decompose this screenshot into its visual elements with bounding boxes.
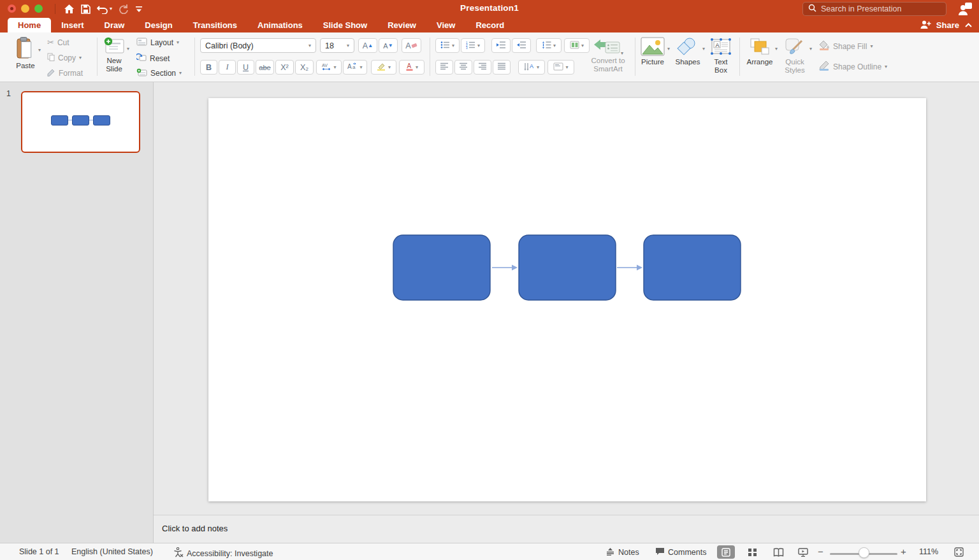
format-painter-button[interactable]: Format — [47, 68, 83, 78]
shape-fill-caret[interactable]: ▾ — [870, 44, 873, 49]
convert-to-smartart-button[interactable]: ▾ Convert to SmartArt — [584, 37, 632, 73]
shapes-dropdown-caret[interactable]: ▾ — [702, 47, 705, 52]
zoom-percentage[interactable]: 111% — [919, 547, 938, 556]
tab-draw[interactable]: Draw — [94, 18, 135, 32]
layout-dropdown-caret[interactable]: ▾ — [177, 40, 179, 45]
shapes-button[interactable]: Shapes — [673, 37, 702, 66]
align-right-button[interactable] — [474, 60, 491, 75]
subscript-button[interactable]: X₂ — [295, 60, 314, 75]
shape-fill-button[interactable]: Shape Fill ▾ — [818, 40, 873, 52]
slide-show-button[interactable] — [794, 545, 812, 559]
bullets-button[interactable]: ▾ — [435, 38, 460, 53]
slide-number: 1 — [6, 89, 11, 98]
justify-button[interactable] — [493, 60, 511, 75]
shape-outline-caret[interactable]: ▾ — [885, 64, 887, 69]
align-center-button[interactable] — [454, 60, 472, 75]
language-indicator[interactable]: English (United States) — [71, 547, 153, 556]
align-left-button[interactable] — [435, 60, 453, 75]
notes-placeholder[interactable]: Click to add notes — [162, 524, 228, 533]
new-slide-button[interactable]: New Slide — [101, 37, 127, 73]
text-box-button[interactable]: A Text Box — [707, 37, 734, 75]
arrange-dropdown-caret[interactable]: ▾ — [775, 47, 778, 52]
change-case-button[interactable]: Aa ▾ — [343, 60, 367, 75]
character-spacing-button[interactable]: AV ▾ — [316, 60, 342, 75]
minimize-window-button[interactable] — [21, 4, 29, 13]
zoom-out-button[interactable]: − — [818, 546, 823, 557]
slide-thumbnail[interactable] — [21, 91, 140, 153]
picture-button[interactable]: Picture — [639, 37, 667, 66]
cut-label: Cut — [57, 38, 69, 47]
tab-transitions[interactable]: Transitions — [183, 18, 247, 32]
section-dropdown-caret[interactable]: ▾ — [179, 71, 182, 76]
cut-button[interactable]: ✂ Cut — [47, 38, 69, 47]
quick-styles-button[interactable]: Quick Styles — [780, 37, 809, 75]
home-icon[interactable] — [64, 4, 75, 14]
rounded-rectangle-shape-3[interactable] — [644, 235, 741, 300]
tab-review[interactable]: Review — [377, 18, 426, 32]
presenter-chat-icon[interactable] — [957, 2, 973, 19]
arrow-connector-2[interactable] — [617, 265, 642, 271]
tab-design[interactable]: Design — [134, 18, 182, 32]
layout-button[interactable]: Layout ▾ — [136, 38, 179, 48]
paste-button[interactable]: Paste — [10, 37, 41, 70]
shape-outline-button[interactable]: Shape Outline ▾ — [818, 61, 887, 73]
copy-dropdown-caret[interactable]: ▾ — [79, 55, 82, 61]
decrease-indent-button[interactable] — [491, 38, 511, 53]
reading-view-button[interactable] — [769, 545, 787, 559]
font-name-select[interactable]: Calibri (Body) ▾ — [200, 38, 316, 53]
notes-pane[interactable]: Click to add notes — [154, 515, 979, 543]
save-icon[interactable] — [81, 4, 91, 14]
tab-insert[interactable]: Insert — [51, 18, 94, 32]
quick-styles-dropdown-caret[interactable]: ▾ — [809, 47, 812, 52]
fit-slide-to-window-button[interactable] — [950, 545, 968, 559]
paste-dropdown-caret[interactable]: ▾ — [38, 48, 41, 53]
new-slide-dropdown-caret[interactable]: ▾ — [127, 47, 129, 52]
align-text-button[interactable]: ▾ — [548, 60, 574, 75]
zoom-window-button[interactable] — [34, 4, 43, 13]
highlight-color-button[interactable]: ▾ — [371, 60, 396, 75]
redo-button[interactable] — [119, 4, 129, 14]
arrow-connector-1[interactable] — [492, 265, 518, 271]
tab-slide-show[interactable]: Slide Show — [313, 18, 377, 32]
underline-button[interactable]: U — [237, 60, 254, 75]
zoom-in-button[interactable]: + — [901, 546, 906, 557]
tab-home[interactable]: Home — [8, 18, 51, 32]
reset-button[interactable]: Reset — [136, 53, 170, 64]
text-direction-button[interactable]: A ▾ — [518, 60, 545, 75]
tab-view[interactable]: View — [426, 18, 465, 32]
tab-record[interactable]: Record — [465, 18, 514, 32]
font-color-button[interactable]: A ▾ — [399, 60, 424, 75]
superscript-button[interactable]: X² — [275, 60, 294, 75]
font-size-select[interactable]: 18 ▾ — [320, 38, 354, 53]
arrange-button[interactable]: Arrange — [744, 37, 775, 66]
notes-toggle[interactable]: Notes — [606, 547, 639, 557]
accessibility-status[interactable]: Accessibility: Investigate — [173, 547, 273, 559]
clear-formatting-button[interactable]: A — [402, 38, 421, 53]
bold-button[interactable]: B — [200, 60, 217, 75]
rounded-rectangle-shape-2[interactable] — [519, 235, 616, 300]
slide-editing-surface[interactable] — [208, 98, 926, 501]
strikethrough-button[interactable]: abe — [256, 60, 274, 75]
zoom-slider-knob[interactable] — [859, 547, 869, 558]
section-button[interactable]: Section ▾ — [136, 68, 182, 78]
tab-animations[interactable]: Animations — [247, 18, 313, 32]
decrease-font-size-button[interactable]: A▼ — [379, 38, 398, 53]
comments-toggle[interactable]: Comments — [655, 547, 706, 557]
share-button[interactable]: Share — [936, 20, 959, 30]
numbering-button[interactable]: 123 ▾ — [461, 38, 485, 53]
copy-button[interactable]: Copy ▾ — [47, 53, 82, 63]
increase-font-size-button[interactable]: A▲ — [358, 38, 377, 53]
italic-button[interactable]: I — [219, 60, 236, 75]
close-window-button[interactable] — [8, 4, 16, 13]
slide-sorter-view-button[interactable] — [743, 545, 761, 559]
rounded-rectangle-shape-1[interactable] — [393, 235, 490, 300]
picture-dropdown-caret[interactable]: ▾ — [667, 47, 670, 52]
normal-view-button[interactable] — [717, 545, 735, 559]
customize-toolbar-icon[interactable] — [135, 5, 143, 13]
search-input[interactable]: Search in Presentation — [802, 2, 946, 16]
line-spacing-button[interactable]: ▾ — [536, 38, 562, 53]
undo-button[interactable]: ▾ — [97, 4, 112, 14]
undo-dropdown-caret[interactable]: ▾ — [110, 6, 112, 11]
increase-indent-button[interactable] — [512, 38, 531, 53]
collapse-ribbon-icon[interactable] — [964, 20, 973, 30]
